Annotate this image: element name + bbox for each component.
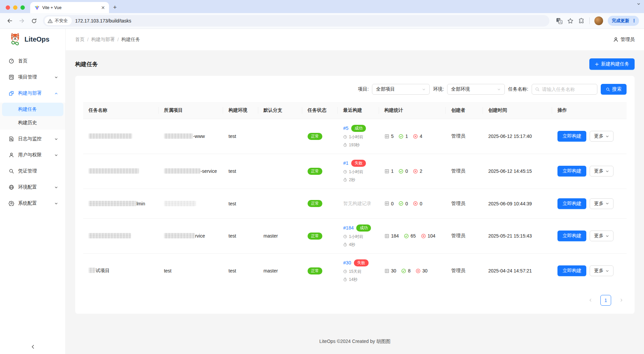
chevron-down-icon (54, 137, 58, 141)
sidebar-item-home[interactable]: 首页 (2, 54, 63, 68)
status-badge: 正常 (308, 267, 322, 274)
sidebar-item-credentials[interactable]: 凭证管理 (2, 164, 63, 178)
task-name-input[interactable] (532, 84, 597, 95)
env-select[interactable]: 全部环境 (447, 84, 505, 95)
page-title: 构建任务 (75, 60, 98, 68)
more-button[interactable]: 更多 (590, 131, 613, 142)
chevron-up-icon (54, 92, 58, 95)
build-result-badge: 失败 (351, 160, 366, 167)
menu-kebab-icon[interactable]: ⋮ (632, 20, 636, 21)
close-window-button[interactable] (6, 5, 10, 10)
sidebar-item-system-config[interactable]: 系统配置 (2, 197, 63, 210)
build-number-link[interactable]: #5 (343, 125, 348, 131)
more-button[interactable]: 更多 (590, 265, 613, 276)
status-badge: 正常 (308, 233, 322, 240)
search-button[interactable]: 搜索 (601, 84, 627, 95)
browser-tab-strip: Vite + Vue ✕ + (0, 0, 644, 13)
task-name-cell (83, 119, 159, 154)
page-number[interactable]: 1 (600, 295, 611, 306)
prev-page-button[interactable] (585, 295, 596, 306)
project-select[interactable]: 全部项目 (372, 84, 430, 95)
sidebar-item-logs-monitoring[interactable]: 日志与监控 (2, 132, 63, 146)
recent-build-info: #30 失败 15天前 14秒 (343, 259, 373, 283)
breadcrumb-current: 构建任务 (121, 37, 140, 43)
sidebar-item-build-deploy[interactable]: 构建与部署 (2, 87, 63, 100)
task-name-text: lmin (137, 201, 145, 206)
more-button[interactable]: 更多 (590, 166, 613, 176)
minimize-window-button[interactable] (13, 5, 17, 10)
clock-icon (343, 235, 347, 239)
sidebar-collapse-button[interactable] (30, 344, 35, 349)
env-filter-label: 环境: (433, 86, 444, 92)
redacted-project-name (164, 201, 196, 206)
created-at-cell: 2025-04-24 14:57:21 (483, 253, 552, 288)
bookmark-star-icon[interactable] (567, 18, 574, 24)
sidebar-item-projects[interactable]: 项目管理 (2, 70, 63, 84)
user-menu[interactable]: 管理员 (613, 37, 635, 43)
new-build-task-button[interactable]: 新建构建任务 (589, 58, 635, 70)
more-button[interactable]: 更多 (590, 198, 613, 209)
tab-close-icon[interactable]: ✕ (100, 5, 106, 11)
branch-cell (258, 154, 302, 189)
col-env: 构建环境 (223, 102, 258, 119)
status-cell: 正常 (302, 119, 338, 154)
new-tab-button[interactable]: + (113, 4, 117, 10)
env-select-value: 全部环境 (451, 86, 470, 92)
maximize-window-button[interactable] (20, 5, 25, 10)
builds-total-icon (384, 134, 389, 139)
stat-fail: 4 (420, 134, 422, 139)
env-cell: test (223, 253, 258, 288)
build-number-link[interactable]: #1 (343, 160, 348, 166)
back-icon[interactable] (5, 16, 15, 26)
stat-fail: 30 (422, 268, 428, 273)
recent-build-info: #1 失败 1小时前 2秒 (343, 160, 373, 183)
creator-cell: 管理员 (446, 189, 483, 218)
sidebar-item-build-tasks[interactable]: 构建任务 (2, 103, 63, 116)
build-now-button[interactable]: 立即构建 (557, 265, 586, 276)
more-button[interactable]: 更多 (590, 231, 613, 241)
logo[interactable]: LiteOps (0, 29, 65, 50)
warning-icon (48, 18, 53, 23)
breadcrumb-build-deploy[interactable]: 构建与部署 (91, 37, 115, 43)
browser-toolbar: 不安全 172.17.103.173/build/tasks 文 A (0, 13, 644, 29)
build-number-link[interactable]: #30 (343, 260, 351, 265)
reload-icon[interactable] (29, 16, 39, 26)
build-stats-cell: 30 8 30 (379, 253, 446, 288)
update-browser-button[interactable]: 完成更新 ⋮ (608, 16, 639, 26)
breadcrumb-home[interactable]: 首页 (75, 37, 85, 43)
build-now-button[interactable]: 立即构建 (557, 166, 586, 176)
chevron-down-icon (422, 88, 426, 91)
redacted-project-name (164, 168, 200, 173)
actions-cell: 立即构建 更多 (552, 189, 627, 218)
profile-avatar[interactable] (594, 16, 603, 25)
build-duration: 14秒 (349, 277, 357, 283)
stat-fail: 2 (420, 168, 422, 174)
sidebar-item-label: 构建历史 (18, 120, 58, 126)
stat-fail: 104 (428, 233, 435, 239)
tab-search-chevron-icon[interactable] (637, 2, 641, 6)
actions-cell: 立即构建 更多 (552, 253, 627, 288)
project-text: rvice (195, 233, 205, 239)
status-badge: 正常 (308, 133, 322, 140)
build-stats-cell: 184 65 104 (379, 218, 446, 253)
branch-cell: master (258, 218, 302, 253)
build-now-button[interactable]: 立即构建 (557, 131, 586, 142)
sidebar-item-build-history[interactable]: 构建历史 (2, 116, 63, 130)
created-at-cell: 2025-06-12 15:17:40 (483, 119, 552, 154)
security-chip[interactable]: 不安全 (45, 16, 72, 25)
browser-tab[interactable]: Vite + Vue ✕ (30, 2, 109, 13)
translate-icon[interactable]: 文 A (556, 18, 562, 24)
forward-icon[interactable] (17, 16, 27, 26)
build-now-button[interactable]: 立即构建 (557, 198, 586, 209)
pagination: 1 (83, 295, 627, 306)
next-page-button[interactable] (616, 295, 627, 306)
created-at-cell: 2025-06-09 10:44:39 (483, 189, 552, 218)
address-bar[interactable]: 不安全 172.17.103.173/build/tasks (43, 15, 549, 27)
build-now-button[interactable]: 立即构建 (557, 231, 586, 241)
stat-fail: 0 (420, 201, 422, 206)
sidebar-item-env-config[interactable]: 环境配置 (2, 181, 63, 194)
sidebar-item-users-permissions[interactable]: 用户与权限 (2, 148, 63, 162)
extensions-icon[interactable] (578, 18, 585, 24)
user-name: 管理员 (621, 37, 635, 43)
build-number-link[interactable]: #184 (343, 225, 354, 231)
